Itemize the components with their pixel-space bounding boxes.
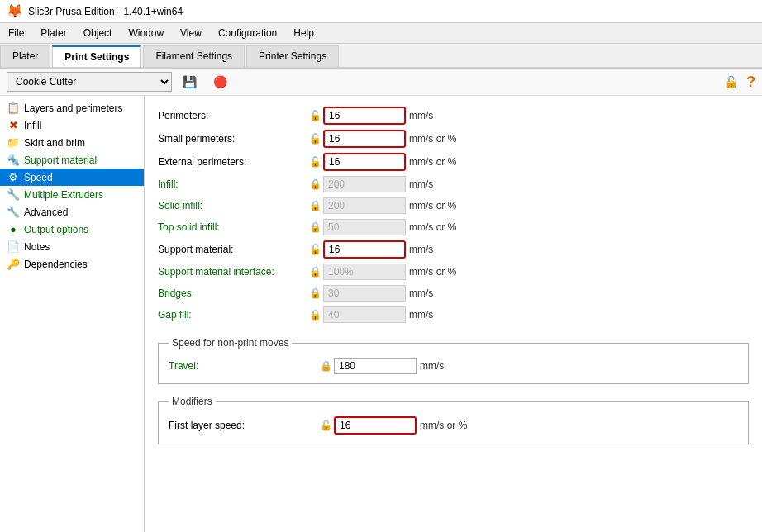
external-perimeters-input[interactable] xyxy=(323,153,406,171)
delete-button[interactable]: 🔴 xyxy=(207,73,233,91)
field-row-support-material: Support material: 🔓 mm/s xyxy=(158,238,749,261)
sidebar-item-infill[interactable]: ✖ Infill xyxy=(0,116,144,134)
travel-label: Travel: xyxy=(169,360,317,372)
gap-fill-input[interactable] xyxy=(323,306,406,323)
sidebar-item-support-material[interactable]: 🔩 Support material xyxy=(0,151,144,169)
layers-icon: 📋 xyxy=(7,102,20,114)
bridges-input[interactable] xyxy=(323,285,406,302)
tab-print-settings[interactable]: Print Settings xyxy=(52,45,141,67)
bridges-unit: mm/s xyxy=(409,287,467,299)
infill-icon: ✖ xyxy=(7,119,20,131)
sidebar-item-layers-and-perimeters[interactable]: 📋 Layers and perimeters xyxy=(0,99,144,116)
infill-input-wrap: mm/s xyxy=(323,176,467,192)
bridges-label: Bridges: xyxy=(158,287,307,299)
field-row-travel: Travel: 🔒 mm/s xyxy=(169,355,738,377)
travel-lock-icon: 🔒 xyxy=(317,360,334,372)
tab-plater[interactable]: Plater xyxy=(0,45,50,67)
first-layer-speed-input[interactable] xyxy=(334,416,417,435)
perimeters-label: Perimeters: xyxy=(158,110,307,121)
skirt-icon: 📁 xyxy=(7,136,20,149)
sidebar-item-dependencies[interactable]: 🔑 Dependencies xyxy=(0,255,144,273)
modifiers-section: Modifiers First layer speed: 🔓 mm/s or % xyxy=(158,396,749,444)
dependencies-icon: 🔑 xyxy=(7,258,20,270)
extruders-icon: 🔧 xyxy=(7,188,20,201)
menu-item-plater[interactable]: Plater xyxy=(32,25,74,41)
solid-infill-input[interactable] xyxy=(323,197,406,214)
menu-item-help[interactable]: Help xyxy=(285,25,322,41)
infill-lock-icon: 🔒 xyxy=(307,178,323,190)
support-material-interface-lock-icon: 🔒 xyxy=(307,266,323,278)
support-material-input-wrap: mm/s xyxy=(323,240,467,259)
small-perimeters-lock-icon: 🔓 xyxy=(307,133,323,145)
menu-item-file[interactable]: File xyxy=(0,25,32,41)
perimeters-lock-icon: 🔓 xyxy=(307,110,323,121)
infill-unit: mm/s xyxy=(409,178,467,190)
bridges-lock-icon: 🔒 xyxy=(307,287,323,299)
sidebar-item-notes[interactable]: 📄 Notes xyxy=(0,238,144,255)
small-perimeters-label: Small perimeters: xyxy=(158,133,307,145)
solid-infill-label: Solid infill: xyxy=(158,200,307,211)
sidebar-label: Dependencies xyxy=(24,259,88,270)
gap-fill-label: Gap fill: xyxy=(158,309,307,321)
menu-item-configuration[interactable]: Configuration xyxy=(210,25,285,41)
top-solid-infill-label: Top solid infill: xyxy=(158,221,307,233)
small-perimeters-unit: mm/s or % xyxy=(409,133,467,145)
field-row-solid-infill: Solid infill: 🔒 mm/s or % xyxy=(158,195,749,216)
speed-icon: ⚙ xyxy=(7,171,20,183)
external-perimeters-unit: mm/s or % xyxy=(409,156,467,168)
main-layout: 📋 Layers and perimeters ✖ Infill 📁 Skirt… xyxy=(0,96,762,532)
sidebar-item-output-options[interactable]: ● Output options xyxy=(0,221,144,238)
menu-item-object[interactable]: Object xyxy=(75,25,121,41)
small-perimeters-input-wrap: mm/s or % xyxy=(323,130,467,148)
infill-input[interactable] xyxy=(323,176,406,192)
support-material-unit: mm/s xyxy=(409,244,467,255)
help-icon[interactable]: ? xyxy=(746,74,755,91)
sidebar-item-speed[interactable]: ⚙ Speed ← xyxy=(0,169,144,186)
app-title: Slic3r Prusa Edition - 1.40.1+win64 xyxy=(28,6,183,17)
sidebar-label: Layers and perimeters xyxy=(24,102,122,114)
tab-printer-settings[interactable]: Printer Settings xyxy=(246,45,339,67)
travel-unit: mm/s xyxy=(420,360,478,372)
sidebar-label: Infill xyxy=(24,120,41,131)
perimeters-input[interactable] xyxy=(323,107,406,125)
title-bar: 🦊 Slic3r Prusa Edition - 1.40.1+win64 xyxy=(0,0,762,23)
support-material-interface-input-wrap: mm/s or % xyxy=(323,264,467,280)
non-print-section: Speed for non-print moves Travel: 🔒 mm/s xyxy=(158,337,749,384)
field-row-gap-fill: Gap fill: 🔒 mm/s xyxy=(158,304,749,325)
save-button[interactable]: 💾 xyxy=(177,73,202,91)
field-row-infill: Infill: 🔒 mm/s xyxy=(158,173,749,195)
small-perimeters-input[interactable] xyxy=(323,130,406,148)
support-icon: 🔩 xyxy=(7,154,20,166)
sidebar-item-multiple-extruders[interactable]: 🔧 Multiple Extruders xyxy=(0,186,144,203)
notes-icon: 📄 xyxy=(7,240,20,253)
support-material-interface-input[interactable] xyxy=(323,264,406,280)
modifiers-section-title: Modifiers xyxy=(169,396,216,407)
menu-item-view[interactable]: View xyxy=(172,25,210,41)
travel-input-wrap: mm/s xyxy=(334,358,478,374)
speed-section: Perimeters: 🔓 mm/s Small perimeters: 🔓 m… xyxy=(158,104,749,325)
external-perimeters-lock-icon: 🔓 xyxy=(307,156,323,168)
sidebar-item-skirt-and-brim[interactable]: 📁 Skirt and brim xyxy=(0,134,144,151)
menu-item-window[interactable]: Window xyxy=(120,25,172,41)
header-lock-icon: 🔓 xyxy=(724,75,738,88)
sidebar-item-advanced[interactable]: 🔧 Advanced xyxy=(0,203,144,221)
perimeters-input-wrap: mm/s xyxy=(323,107,467,125)
gap-fill-input-wrap: mm/s xyxy=(323,306,467,323)
support-material-input[interactable] xyxy=(323,240,406,259)
first-layer-speed-lock-icon: 🔓 xyxy=(317,420,334,431)
top-solid-infill-unit: mm/s or % xyxy=(409,221,467,233)
travel-input[interactable] xyxy=(334,358,417,374)
preset-select[interactable]: Cookie Cutter xyxy=(7,72,172,92)
solid-infill-input-wrap: mm/s or % xyxy=(323,197,467,214)
perimeters-unit: mm/s xyxy=(409,110,467,121)
bridges-input-wrap: mm/s xyxy=(323,285,467,302)
field-row-first-layer-speed: First layer speed: 🔓 mm/s or % xyxy=(169,414,738,437)
gap-fill-lock-icon: 🔒 xyxy=(307,309,323,321)
support-material-label: Support material: xyxy=(158,244,307,255)
field-row-support-material-interface: Support material interface: 🔒 mm/s or % xyxy=(158,261,749,283)
top-solid-infill-input[interactable] xyxy=(323,219,406,235)
tab-filament-settings[interactable]: Filament Settings xyxy=(143,45,245,67)
sidebar-label: Skirt and brim xyxy=(24,137,85,149)
gap-fill-unit: mm/s xyxy=(409,309,467,321)
non-print-section-title: Speed for non-print moves xyxy=(169,337,292,349)
